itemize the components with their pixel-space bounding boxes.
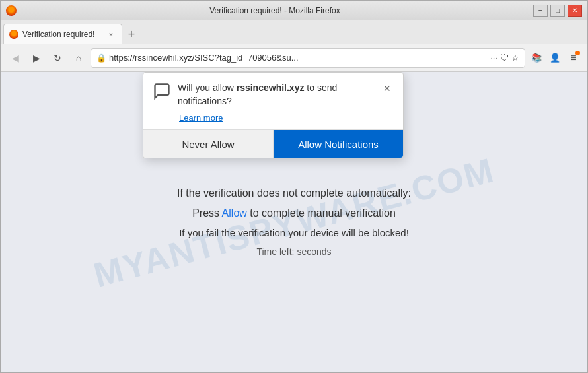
- fail-warning: If you fail the verification your device…: [179, 227, 409, 238]
- new-tab-button[interactable]: +: [122, 25, 141, 44]
- notification-popup: Will you allow rssincewhil.xyz to send n…: [143, 72, 404, 158]
- popup-message: Will you allow rssincewhil.xyz to send n…: [178, 82, 374, 108]
- window-title: Verification required! - Mozilla Firefox: [17, 6, 533, 15]
- window-controls: − □ ✕: [533, 5, 582, 17]
- url-text: https://rssincewhil.xyz/SISC?tag_id=7090…: [109, 53, 488, 63]
- more-actions-icon[interactable]: ···: [490, 53, 497, 63]
- learn-more-link[interactable]: Learn more: [143, 112, 403, 129]
- title-bar: Verification required! - Mozilla Firefox…: [1, 1, 587, 20]
- content-area: MYANTISPYWARE.COM If the verification do…: [1, 72, 587, 372]
- bookmark-icon[interactable]: ☆: [511, 53, 519, 63]
- library-button[interactable]: 📚: [528, 50, 545, 67]
- verification-text: If the verification does not complete au…: [177, 187, 411, 199]
- address-bar[interactable]: 🔒 https://rssincewhil.xyz/SISC?tag_id=70…: [91, 48, 525, 68]
- maximize-button[interactable]: □: [550, 5, 565, 17]
- security-icon: 🔒: [96, 53, 106, 63]
- close-button[interactable]: ✕: [568, 5, 582, 17]
- press-allow-text: Press Allow to complete manual verificat…: [192, 207, 396, 219]
- home-icon: ⌂: [76, 53, 81, 63]
- minimize-button[interactable]: −: [533, 5, 548, 17]
- sync-button[interactable]: 👤: [546, 50, 564, 67]
- tab-close-button[interactable]: ×: [106, 29, 116, 40]
- never-allow-button[interactable]: Never Allow: [143, 130, 274, 158]
- popup-buttons: Never Allow Allow Notifications: [143, 129, 403, 158]
- navigation-bar: ◀ ▶ ↻ ⌂ 🔒 https://rssincewhil.xyz/SISC?t…: [1, 44, 587, 72]
- reload-icon: ↻: [54, 53, 61, 63]
- allow-notifications-button[interactable]: Allow Notifications: [274, 130, 403, 158]
- firefox-icon: [6, 5, 17, 16]
- notification-icon: [153, 82, 171, 100]
- forward-button[interactable]: ▶: [27, 49, 46, 67]
- popup-close-button[interactable]: ✕: [381, 82, 394, 95]
- back-icon: ◀: [12, 53, 19, 63]
- allow-link-word: Allow: [222, 207, 247, 219]
- browser-window: Verification required! - Mozilla Firefox…: [0, 0, 588, 373]
- forward-icon: ▶: [33, 53, 40, 63]
- nav-tools: 📚 👤 ≡: [528, 50, 582, 67]
- reload-button[interactable]: ↻: [48, 49, 67, 67]
- popup-header: Will you allow rssincewhil.xyz to send n…: [143, 73, 403, 112]
- popup-domain: rssincewhil.xyz: [237, 83, 305, 93]
- timer-text: Time left: seconds: [256, 246, 331, 257]
- active-tab[interactable]: Verification required! ×: [3, 24, 122, 44]
- tab-favicon: [9, 30, 18, 39]
- shield-icon[interactable]: 🛡: [500, 53, 509, 63]
- popup-message-prefix: Will you allow: [178, 83, 237, 93]
- tab-bar: Verification required! × +: [1, 20, 587, 44]
- tab-title: Verification required!: [22, 30, 102, 39]
- back-button[interactable]: ◀: [6, 49, 24, 67]
- menu-button[interactable]: ≡: [565, 50, 582, 67]
- home-button[interactable]: ⌂: [69, 49, 88, 67]
